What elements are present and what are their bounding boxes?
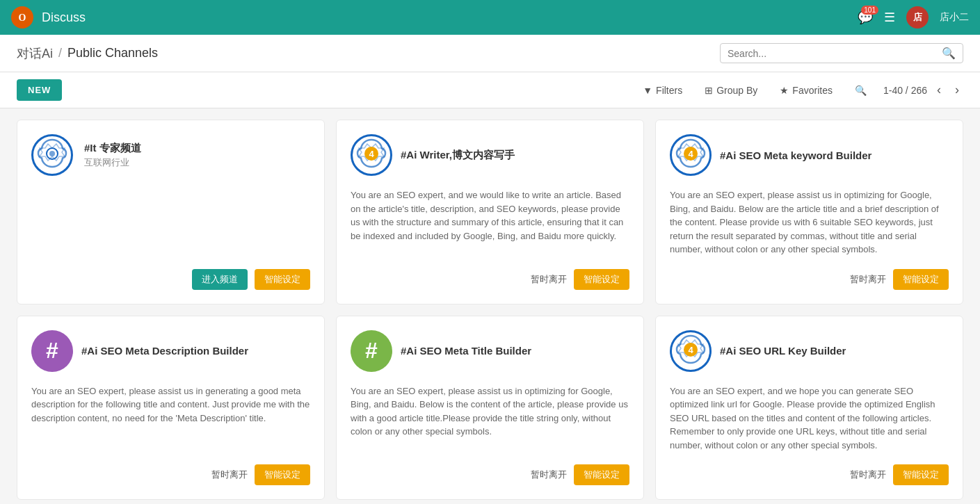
card-icon: #	[31, 330, 73, 372]
card-header-row: 4 #Ai SEO Meta keyword Builder	[670, 134, 949, 176]
groupby-button[interactable]: ⊞ Group By	[699, 82, 763, 99]
topnav-icons: 💬 101 ☰ 店 店小二	[858, 6, 969, 29]
search-input[interactable]	[728, 48, 942, 59]
search-options-icon: 🔍	[855, 85, 867, 96]
channel-card: # #Ai SEO Meta Description Builder You a…	[17, 316, 325, 501]
search-icon: 🔍	[942, 47, 956, 60]
app-title: Discuss	[42, 10, 849, 25]
filter-icon: ▼	[643, 85, 652, 96]
pagination: 1-40 / 266 ‹ ›	[883, 81, 963, 99]
avatar[interactable]: 店	[906, 6, 929, 29]
card-header-row: 4 #Ai Writer,博文内容写手	[351, 134, 629, 176]
breadcrumb-separator: /	[58, 46, 62, 60]
prev-page-button[interactable]: ‹	[933, 81, 945, 99]
svg-text:4: 4	[688, 149, 693, 159]
favorites-button[interactable]: ★ Favorites	[774, 82, 838, 99]
card-header-row: # #Ai SEO Meta Description Builder	[31, 330, 310, 372]
smart-settings-button[interactable]: 智能设定	[574, 464, 629, 485]
card-title: #Ai SEO Meta Title Builder	[401, 345, 531, 357]
channel-card: #It 专家频道 互联网行业 进入频道 智能设定	[17, 120, 325, 304]
card-header-row: 4 #Ai SEO URL Key Builder	[670, 330, 949, 372]
card-description: You are an SEO expert, please assist us …	[670, 188, 949, 257]
card-description: You are an SEO expert, please assist us …	[31, 384, 310, 453]
card-header-row: #It 专家频道 互联网行业	[31, 134, 310, 176]
card-header-row: # #Ai SEO Meta Title Builder	[351, 330, 629, 372]
leave-button[interactable]: 暂时离开	[850, 270, 886, 288]
toolbar: NEW ▼ Filters ⊞ Group By ★ Favorites 🔍 1…	[0, 72, 980, 108]
card-footer: 暂时离开 智能设定	[670, 263, 949, 290]
card-icon	[31, 134, 73, 176]
search-options-button[interactable]: 🔍	[849, 82, 872, 99]
user-name: 店小二	[940, 11, 969, 24]
page-wrapper: O Discuss 💬 101 ☰ 店 店小二 对话Ai / Public Ch…	[0, 0, 980, 504]
next-page-button[interactable]: ›	[951, 81, 963, 99]
favorites-label: Favorites	[792, 85, 833, 96]
card-title: #Ai Writer,博文内容写手	[401, 149, 515, 162]
card-title: #Ai SEO Meta keyword Builder	[720, 149, 871, 161]
card-subtitle: 互联网行业	[84, 156, 141, 169]
breadcrumb-current: Public Channels	[67, 46, 158, 60]
pagination-text: 1-40 / 266	[883, 85, 927, 96]
groupby-label: Group By	[716, 85, 757, 96]
card-description: You are an SEO expert, please assist us …	[351, 384, 629, 453]
smart-settings-button[interactable]: 智能设定	[255, 269, 310, 290]
card-footer: 暂时离开 智能设定	[351, 263, 629, 290]
card-footer: 暂时离开 智能设定	[351, 459, 629, 485]
card-icon: 4	[351, 134, 392, 176]
channel-card: # #Ai SEO Meta Title Builder You are an …	[336, 316, 644, 501]
card-footer: 暂时离开 智能设定	[670, 459, 949, 485]
enter-channel-button[interactable]: 进入频道	[192, 269, 248, 290]
svg-text:4: 4	[369, 149, 374, 159]
leave-button[interactable]: 暂时离开	[531, 466, 567, 484]
card-title: #Ai SEO URL Key Builder	[720, 345, 846, 357]
filters-button[interactable]: ▼ Filters	[637, 82, 688, 99]
smart-settings-button[interactable]: 智能设定	[893, 464, 949, 485]
channel-card: 4 #Ai Writer,博文内容写手 You are an SEO exper…	[336, 120, 644, 304]
leave-button[interactable]: 暂时离开	[850, 466, 886, 484]
breadcrumb-bar: 对话Ai / Public Channels 🔍	[0, 35, 980, 72]
leave-button[interactable]: 暂时离开	[211, 466, 248, 484]
leave-button[interactable]: 暂时离开	[531, 270, 567, 288]
search-bar[interactable]: 🔍	[720, 43, 963, 63]
new-button[interactable]: NEW	[17, 79, 62, 101]
breadcrumb-parent[interactable]: 对话Ai	[17, 45, 53, 62]
smart-settings-button[interactable]: 智能设定	[574, 269, 629, 290]
svg-point-3	[49, 151, 55, 156]
content-area: #It 专家频道 互联网行业 进入频道 智能设定 4 #Ai Writer,博文…	[0, 108, 980, 504]
smart-settings-button[interactable]: 智能设定	[255, 464, 310, 485]
card-description: You are an SEO expert, and we hope you c…	[670, 384, 949, 453]
card-icon: #	[351, 330, 392, 372]
card-icon: 4	[670, 330, 712, 372]
message-badge: 101	[861, 6, 878, 15]
filters-label: Filters	[656, 85, 682, 96]
svg-text:O: O	[19, 13, 26, 23]
channel-card: 4 #Ai SEO URL Key Builder You are an SEO…	[655, 316, 963, 501]
smart-settings-button[interactable]: 智能设定	[893, 269, 949, 290]
card-icon: 4	[670, 134, 712, 176]
topnav: O Discuss 💬 101 ☰ 店 店小二	[0, 0, 980, 35]
svg-text:4: 4	[688, 345, 693, 355]
cards-grid: #It 专家频道 互联网行业 进入频道 智能设定 4 #Ai Writer,博文…	[17, 120, 963, 500]
card-description: You are an SEO expert, and we would like…	[351, 188, 629, 257]
card-footer: 进入频道 智能设定	[31, 263, 310, 290]
card-title: #Ai SEO Meta Description Builder	[81, 345, 248, 357]
channel-card: 4 #Ai SEO Meta keyword Builder You are a…	[655, 120, 963, 304]
groupby-icon: ⊞	[705, 85, 713, 96]
star-icon: ★	[780, 85, 789, 96]
card-title: #It 专家频道	[84, 142, 141, 155]
app-logo: O	[11, 6, 33, 29]
card-footer: 暂时离开 智能设定	[31, 459, 310, 485]
menu-icon[interactable]: ☰	[884, 10, 895, 25]
messages-icon[interactable]: 💬 101	[858, 10, 873, 25]
